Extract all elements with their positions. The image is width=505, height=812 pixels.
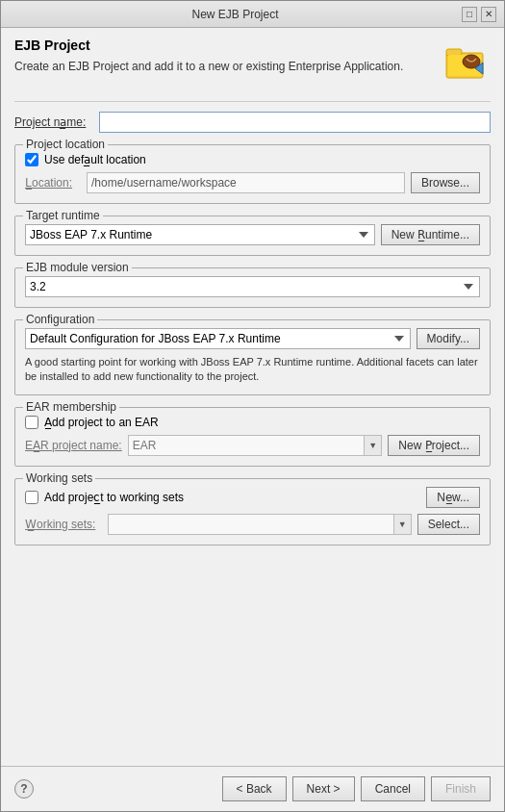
new-working-set-button[interactable]: Ne̲w...	[426, 487, 480, 508]
browse-button[interactable]: Browse...	[411, 172, 480, 193]
ejb-module-version-label: EJB module version	[23, 261, 132, 274]
configuration-label: Configuration	[23, 313, 97, 326]
cancel-button[interactable]: Cancel	[361, 776, 425, 801]
project-location-label: Project location	[23, 138, 108, 151]
location-row: L̲ocation: Browse...	[25, 172, 480, 193]
project-location-group: Project location Use defa̲ult location L…	[14, 144, 491, 204]
select-working-sets-button[interactable]: Select...	[417, 514, 480, 535]
minimize-button[interactable]: □	[462, 7, 477, 22]
header-divider	[14, 101, 491, 102]
working-sets-label: Working sets	[23, 471, 95, 485]
ear-dropdown-button[interactable]: ▼	[364, 436, 381, 455]
ear-name-row: EA̲R project name: ▼ New P̲roject...	[25, 435, 480, 456]
next-button[interactable]: Next >	[292, 776, 355, 801]
ear-membership-group: EAR membership A̲dd project to an EAR EA…	[14, 407, 491, 467]
working-sets-input[interactable]	[109, 515, 393, 534]
add-to-working-sets-row: Add projec̲t to working sets	[25, 491, 184, 504]
working-sets-input-wrap: ▼	[108, 514, 412, 535]
location-input[interactable]	[87, 172, 405, 193]
configuration-dropdown[interactable]: Default Configuration for JBoss EAP 7.x …	[25, 328, 411, 349]
working-sets-dropdown-button[interactable]: ▼	[393, 515, 411, 534]
finish-button[interactable]: Finish	[431, 776, 491, 801]
new-project-button[interactable]: New P̲roject...	[388, 435, 480, 456]
project-name-label: Project na̲me:	[14, 115, 91, 129]
header-text: EJB Project Create an EJB Project and ad…	[14, 38, 441, 75]
runtime-dropdown[interactable]: JBoss EAP 7.x Runtime	[25, 224, 375, 245]
project-name-row: Project na̲me:	[14, 112, 491, 133]
dialog: New EJB Project □ ✕ EJB Project Create a…	[0, 0, 505, 812]
add-to-ear-row: A̲dd project to an EAR	[25, 416, 480, 429]
svg-rect-1	[446, 49, 462, 56]
use-default-location-text[interactable]: Use defa̲ult location	[44, 153, 146, 166]
titlebar-buttons: □ ✕	[462, 7, 496, 22]
header-title: EJB Project	[14, 38, 441, 53]
target-runtime-label: Target runtime	[23, 209, 103, 222]
titlebar-title: New EJB Project	[9, 8, 462, 21]
working-sets-row: W̲orking sets: ▼ Select...	[25, 514, 480, 535]
ejb-icon	[441, 38, 491, 88]
new-runtime-button[interactable]: New R̲untime...	[381, 224, 480, 245]
ear-name-label: EA̲R project name:	[25, 439, 122, 452]
configuration-description: A good starting point for working with J…	[25, 355, 480, 385]
footer: ? < Back Next > Cancel Finish	[1, 766, 504, 811]
back-button[interactable]: < Back	[222, 776, 287, 801]
main-content: EJB Project Create an EJB Project and ad…	[1, 28, 504, 766]
add-to-ear-checkbox[interactable]	[25, 416, 38, 429]
help-button[interactable]: ?	[14, 779, 34, 799]
ear-membership-label: EAR membership	[23, 400, 119, 414]
header-section: EJB Project Create an EJB Project and ad…	[14, 38, 491, 88]
default-location-row: Use defa̲ult location	[25, 153, 480, 166]
header-description: Create an EJB Project and add it to a ne…	[14, 59, 441, 75]
runtime-select-row: JBoss EAP 7.x Runtime New R̲untime...	[25, 224, 480, 245]
working-sets-group: Working sets Add projec̲t to working set…	[14, 478, 491, 546]
ejb-module-version-group: EJB module version 3.2 3.1 3.0 2.1	[14, 267, 491, 308]
use-default-location-checkbox[interactable]	[25, 153, 38, 166]
add-to-working-sets-checkbox[interactable]	[25, 491, 38, 504]
location-label: L̲ocation:	[25, 176, 81, 190]
titlebar: New EJB Project □ ✕	[1, 1, 504, 28]
ejb-version-dropdown[interactable]: 3.2 3.1 3.0 2.1	[25, 276, 480, 297]
close-button[interactable]: ✕	[481, 7, 496, 22]
add-to-ear-text[interactable]: A̲dd project to an EAR	[44, 416, 159, 429]
ear-name-input[interactable]	[129, 436, 365, 455]
working-sets-input-label: W̲orking sets:	[25, 518, 102, 531]
target-runtime-group: Target runtime JBoss EAP 7.x Runtime New…	[14, 216, 491, 256]
ejb-version-select-row: 3.2 3.1 3.0 2.1	[25, 276, 480, 297]
project-name-input[interactable]	[99, 112, 491, 133]
folder-icon-svg	[442, 39, 489, 86]
configuration-group: Configuration Default Configuration for …	[14, 319, 491, 395]
ear-input-wrap: ▼	[128, 435, 383, 456]
add-to-working-sets-text[interactable]: Add projec̲t to working sets	[44, 491, 184, 504]
modify-button[interactable]: Modify...	[417, 328, 480, 349]
configuration-select-row: Default Configuration for JBoss EAP 7.x …	[25, 328, 480, 349]
